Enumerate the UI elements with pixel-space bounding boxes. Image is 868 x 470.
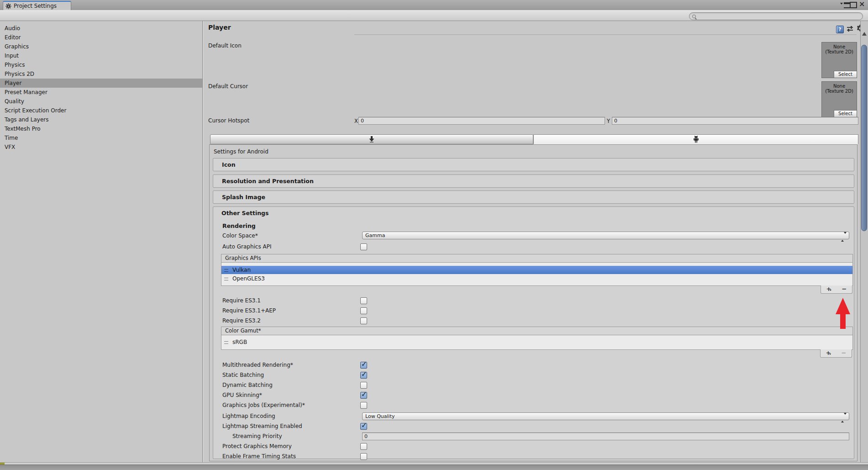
window-menu-button[interactable] (840, 2, 850, 8)
sidebar-item-editor[interactable]: Editor (0, 33, 202, 42)
window-title: Project Settings (14, 3, 57, 9)
enable-frame-timing-checkbox[interactable] (360, 453, 367, 460)
gpu-skinning-label: GPU Skinning* (222, 392, 262, 398)
drag-handle-icon[interactable] (224, 341, 228, 344)
auto-graphics-api-checkbox[interactable] (360, 243, 367, 250)
default-icon-select-button[interactable]: Select (834, 71, 857, 78)
scrollbar-thumb[interactable] (861, 45, 867, 231)
protect-graphics-memory-checkbox[interactable] (360, 443, 367, 450)
sidebar-item-graphics[interactable]: Graphics (0, 42, 202, 51)
section-resolution-and-presentation[interactable]: Resolution and Presentation (213, 174, 854, 188)
presets-icon[interactable] (847, 26, 854, 32)
section-label: Resolution and Presentation (222, 178, 314, 185)
section-icon[interactable]: Icon (213, 158, 854, 171)
title-bar (0, 0, 868, 11)
sidebar-item-vfx[interactable]: VFX (0, 143, 202, 152)
search-box[interactable] (689, 12, 863, 20)
object-field-type: (Texture 2D) (822, 49, 857, 54)
window-close-button[interactable]: × (859, 1, 865, 7)
sidebar-item-textmesh-pro[interactable]: TextMesh Pro (0, 124, 202, 133)
graphics-apis-list-footer: + − (821, 285, 852, 294)
sidebar-item-label: VFX (5, 144, 15, 150)
rendering-heading: Rendering (222, 222, 256, 229)
section-splash-image[interactable]: Splash Image (213, 190, 854, 204)
download-arrow-icon (368, 136, 375, 143)
maximize-icon (850, 2, 857, 8)
sidebar-item-label: Physics (5, 62, 25, 68)
default-cursor-object-field[interactable]: None (Texture 2D) Select (821, 81, 857, 117)
require-es32-label: Require ES3.2 (222, 317, 261, 324)
auto-graphics-api-label: Auto Graphics API (222, 243, 271, 250)
lightmap-encoding-value: Low Quality (365, 413, 395, 419)
color-gamut-header[interactable]: Color Gamut* (221, 327, 853, 335)
static-batching-checkbox[interactable] (360, 372, 367, 379)
sidebar-item-player[interactable]: Player (0, 79, 202, 88)
color-space-value: Gamma (365, 232, 385, 238)
gpu-skinning-checkbox[interactable] (360, 392, 367, 399)
scrollbar-up-arrow[interactable] (862, 32, 867, 36)
graphics-jobs-checkbox[interactable] (360, 402, 367, 409)
section-label: Splash Image (222, 194, 265, 201)
multithreaded-rendering-label: Multithreaded Rendering* (222, 362, 293, 368)
section-other-settings-header[interactable]: Other Settings (221, 210, 269, 217)
lightmap-encoding-label: Lightmap Encoding (222, 413, 275, 419)
dynamic-batching-checkbox[interactable] (360, 382, 367, 389)
default-icon-object-field[interactable]: None (Texture 2D) Select (821, 42, 857, 78)
help-book-icon[interactable]: ? (836, 26, 844, 33)
menu-lines-icon (844, 2, 850, 8)
color-gamut-row-srgb[interactable]: sRGB (221, 338, 852, 346)
cursor-hotspot-label: Cursor Hotspot (208, 117, 249, 124)
multithreaded-rendering-checkbox[interactable] (360, 362, 367, 369)
drag-handle-icon[interactable] (224, 278, 228, 280)
menu-caret-icon (840, 3, 843, 5)
sidebar-item-label: Player (5, 80, 21, 86)
graphics-api-row-opengles3[interactable]: OpenGLES3 (221, 275, 852, 283)
project-settings-window: Project Settings × Audio Editor Graphics… (0, 0, 868, 470)
require-es32-checkbox[interactable] (360, 317, 367, 324)
sidebar-divider-highlight (203, 21, 204, 462)
bottom-strip-dark (0, 465, 868, 470)
drag-handle-icon[interactable] (224, 269, 228, 272)
require-es31aep-label: Require ES3.1+AEP (222, 307, 276, 314)
sidebar-item-script-execution-order[interactable]: Script Execution Order (0, 106, 202, 115)
graphics-apis-header[interactable]: Graphics APIs (221, 254, 853, 263)
sidebar-item-time[interactable]: Time (0, 133, 202, 143)
plus-icon: + (826, 285, 831, 292)
remove-color-gamut-button[interactable]: − (836, 349, 852, 357)
hotspot-x-label: X (354, 118, 358, 124)
default-cursor-select-button[interactable]: Select (834, 110, 857, 117)
sidebar-item-preset-manager[interactable]: Preset Manager (0, 88, 202, 97)
search-input[interactable] (696, 13, 863, 20)
plus-caret-icon (829, 354, 831, 355)
sidebar-item-label: Script Execution Order (5, 107, 66, 114)
enable-frame-timing-label: Enable Frame Timing Stats (222, 453, 296, 459)
require-es31-checkbox[interactable] (360, 297, 367, 304)
sidebar-item-physics-2d[interactable]: Physics 2D (0, 69, 202, 79)
platform-tab-android[interactable] (533, 134, 858, 144)
remove-graphics-api-button[interactable]: − (836, 285, 852, 293)
require-es31aep-checkbox[interactable] (360, 307, 367, 314)
sidebar-item-input[interactable]: Input (0, 51, 202, 60)
add-graphics-api-button[interactable]: + (821, 285, 836, 293)
sidebar-item-label: Time (5, 135, 18, 141)
color-space-dropdown[interactable]: Gamma (362, 232, 849, 239)
settings-group-title: Settings for Android (214, 148, 268, 155)
hotspot-y-input[interactable] (612, 117, 858, 125)
lightmap-streaming-checkbox[interactable] (360, 423, 367, 430)
hotspot-x-input[interactable] (358, 117, 605, 125)
add-color-gamut-button[interactable]: + (821, 349, 836, 357)
sidebar-item-label: Editor (5, 34, 21, 41)
sidebar-item-audio[interactable]: Audio (0, 24, 202, 33)
unity-gear-icon (5, 3, 11, 9)
project-settings-tab[interactable]: Project Settings (3, 1, 71, 10)
sidebar-item-label: Audio (5, 25, 20, 32)
lightmap-encoding-dropdown[interactable]: Low Quality (362, 412, 849, 420)
sidebar-item-tags-and-layers[interactable]: Tags and Layers (0, 115, 202, 124)
sidebar-item-physics[interactable]: Physics (0, 60, 202, 69)
streaming-priority-input[interactable] (362, 433, 849, 440)
graphics-api-row-vulkan[interactable]: Vulkan (221, 266, 852, 274)
sidebar-item-quality[interactable]: Quality (0, 97, 202, 106)
platform-tab-standalone[interactable] (210, 134, 533, 144)
window-maximize-button[interactable] (850, 2, 857, 8)
default-cursor-label: Default Cursor (208, 83, 248, 90)
